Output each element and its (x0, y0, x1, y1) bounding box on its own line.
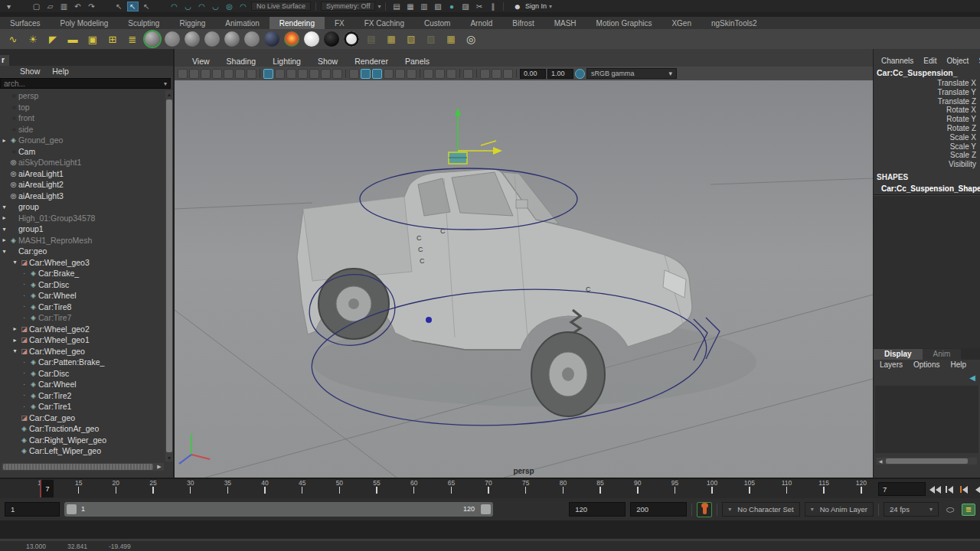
viewport-menu-item[interactable]: Renderer (346, 57, 397, 66)
layer-editor-scrollbar[interactable]: ◀ (877, 458, 977, 465)
shelf-tab[interactable]: Arnold (460, 17, 502, 29)
shelf-tab[interactable]: FX Caching (354, 17, 414, 29)
viewport-toolbar-icon[interactable] (361, 69, 371, 79)
viewport-menu-item[interactable]: Panels (397, 57, 438, 66)
expander-icon[interactable]: · (20, 315, 28, 321)
current-time-marker[interactable]: 7 (40, 480, 54, 497)
toolbar-icon[interactable]: ◡ (210, 2, 221, 11)
expander-icon[interactable]: · (20, 270, 28, 277)
viewport-toolbar-icon[interactable] (286, 69, 296, 79)
outliner-search-input[interactable]: arch... ▾ (0, 78, 171, 89)
scroll-right-icon[interactable]: ▶ (155, 463, 164, 471)
script-editor-icon[interactable]: ≣ (962, 504, 975, 516)
viewport-toolbar-icon[interactable] (189, 69, 199, 79)
render-icon[interactable]: ✂ (473, 2, 485, 11)
toolbar-icon[interactable]: ▥ (58, 2, 70, 11)
previous-keyframe-button[interactable] (958, 484, 969, 496)
playback-end-field[interactable]: 120 (569, 502, 626, 517)
viewport-toolbar-icon[interactable] (321, 69, 331, 79)
toolbar-icon[interactable]: ↖ (113, 2, 125, 11)
shelf-tab[interactable]: Custom (414, 17, 460, 29)
channel-attribute[interactable]: Rotate X (874, 106, 980, 115)
render-icon[interactable]: ▤ (390, 2, 402, 11)
expander-icon[interactable]: ▾ (0, 226, 8, 233)
outliner-item[interactable]: Car:Left_Wiper_geo (0, 445, 165, 457)
viewport-toolbar-icon[interactable] (384, 69, 394, 79)
toolbar-icon[interactable]: ↖ (141, 2, 152, 11)
expander-icon[interactable]: · (20, 359, 28, 366)
shelf-item-icon[interactable] (185, 31, 200, 47)
outliner-item[interactable]: Car:Right_Wiper_geo (0, 435, 165, 446)
outliner-item[interactable]: · Car:Tire8 (0, 302, 165, 313)
outliner-item[interactable]: aiAreaLight2 (0, 179, 165, 191)
expander-icon[interactable]: · (20, 281, 28, 288)
shelf-item-icon[interactable] (264, 31, 279, 47)
toolbar-icon[interactable]: ↷ (86, 2, 97, 11)
shelf-tab[interactable]: FX (325, 17, 354, 29)
outliner-item[interactable]: · Car:Disc (0, 368, 165, 380)
channel-attribute[interactable]: Visibility (874, 160, 980, 169)
outliner-item[interactable]: Cam (0, 146, 165, 158)
range-end-handle[interactable] (481, 504, 491, 514)
toolbar-icon[interactable]: ◠ (196, 2, 207, 11)
expander-icon[interactable]: ▾ (11, 259, 19, 266)
channel-attribute[interactable]: Rotate Z (874, 124, 980, 133)
viewport-toolbar-icon[interactable] (345, 69, 346, 78)
shelf-item-icon[interactable]: ▤ (363, 31, 380, 47)
outliner-item[interactable]: ▸ High_01:Group34578 (0, 213, 165, 224)
symmetry-field[interactable]: Symmetry: Off (321, 2, 375, 11)
toolbar-icon[interactable]: ↶ (72, 2, 83, 11)
channel-attribute[interactable]: Translate Y (874, 88, 980, 97)
expander-icon[interactable]: ▾ (11, 347, 19, 354)
shelf-item-icon[interactable]: ◎ (462, 31, 479, 47)
viewport-toolbar-icon[interactable] (247, 69, 256, 79)
expander-icon[interactable]: ▾ (0, 204, 8, 210)
shelf-item-icon[interactable]: ▦ (443, 31, 459, 47)
auto-keyframe-toggle[interactable] (697, 502, 712, 517)
outliner-item[interactable]: Car:Car_geo (0, 412, 165, 424)
scroll-left-icon[interactable]: ◀ (877, 458, 884, 465)
gamma-field[interactable]: 1.00 (547, 69, 573, 79)
outliner-item[interactable]: ▸ Car:Wheel_geo1 (0, 334, 165, 346)
shelf-tab[interactable]: Animation (215, 17, 269, 29)
toolbar-icon[interactable]: ◠ (237, 2, 249, 11)
shelf-item-icon[interactable]: ▬ (64, 31, 81, 47)
shape-node-name[interactable]: Car:Cc_Suspension_Shape (874, 183, 980, 195)
toolbar-icon[interactable] (155, 2, 166, 11)
outliner-item[interactable]: side (0, 124, 165, 135)
viewport-toolbar-icon[interactable] (420, 69, 420, 78)
shelf-item-icon[interactable] (324, 31, 339, 47)
outliner-item[interactable]: aiAreaLight1 (0, 168, 165, 180)
shelf-item-icon[interactable]: ≣ (124, 31, 141, 47)
toolbar-icon[interactable]: ▱ (44, 2, 56, 11)
selected-object-name[interactable]: Car:Cc_Suspension_ (874, 66, 980, 79)
channel-box-menu-item[interactable]: Edit (923, 57, 936, 65)
outliner-item[interactable]: · Car:Tire2 (0, 390, 165, 402)
expander-icon[interactable]: · (20, 392, 28, 399)
layer-editor-menu-item[interactable]: Options (913, 360, 939, 369)
exposure-field[interactable]: 0.00 (520, 69, 546, 79)
shelf-item-icon[interactable]: ▨ (423, 31, 439, 47)
outliner-item[interactable]: · Car:Patten:Brake_ (0, 357, 165, 368)
outliner-item[interactable]: · Car:Brake_ (0, 268, 165, 279)
shelf-tab[interactable]: XGen (662, 17, 701, 29)
viewport-toolbar-icon[interactable] (260, 69, 260, 78)
viewport-toolbar-icon[interactable] (309, 69, 319, 79)
shelf-item-icon[interactable]: ▧ (403, 31, 420, 47)
layer-editor-tab[interactable]: Anim (923, 349, 962, 360)
outliner-item[interactable]: · Car:Disc (0, 279, 165, 291)
viewport-toolbar-icon[interactable] (435, 69, 445, 79)
outliner-item[interactable]: · Car:Tire7 (0, 312, 165, 324)
outliner-item[interactable]: top (0, 102, 165, 113)
layer-list-area[interactable] (875, 386, 978, 453)
outliner-item[interactable]: ▸ MASH1_ReproMesh (0, 235, 165, 246)
viewport-toolbar-icon[interactable] (235, 69, 245, 79)
outliner-item[interactable]: Car:TractionAr_geo (0, 423, 165, 435)
shelf-item-icon[interactable] (284, 31, 299, 47)
outliner-item[interactable]: ▸ Ground_geo (0, 135, 165, 146)
expander-icon[interactable]: ▸ (0, 214, 8, 221)
viewport-toolbar-icon[interactable] (423, 69, 433, 79)
selection-pivot-dot[interactable] (426, 317, 432, 323)
collapse-arrow-icon[interactable]: ◀ (969, 373, 975, 382)
scrollbar-thumb[interactable] (166, 99, 172, 452)
